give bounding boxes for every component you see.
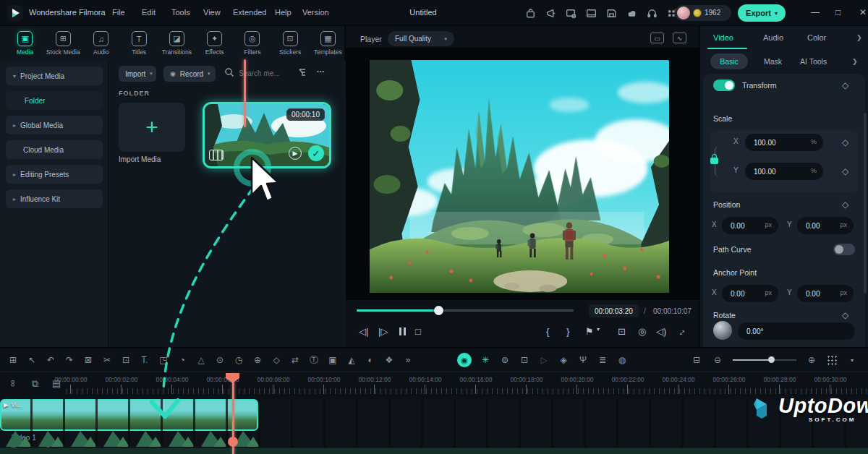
play-clip-icon[interactable]: ▷: [538, 355, 550, 365]
ai-tools-icon[interactable]: ✳: [480, 355, 491, 365]
stop-button[interactable]: □: [415, 326, 421, 337]
inspector-scrollbar[interactable]: [864, 113, 867, 294]
tabs-chevron-icon[interactable]: ❯: [856, 34, 862, 41]
more-options-icon[interactable]: •••: [317, 68, 325, 74]
next-frame-button[interactable]: |▷: [378, 326, 388, 337]
scale-y-field[interactable]: %: [745, 163, 823, 180]
avatar[interactable]: [677, 7, 690, 20]
profile-icon[interactable]: ◍: [616, 355, 628, 365]
menu-edit[interactable]: Edit: [142, 8, 156, 17]
mark-in-button[interactable]: {: [546, 326, 549, 337]
import-media-tile[interactable]: +: [119, 103, 185, 152]
marker-caret-icon[interactable]: ▾: [597, 326, 600, 333]
subtabs-chevron-icon[interactable]: ❯: [852, 58, 858, 65]
menu-help[interactable]: Help: [275, 8, 292, 17]
scale-y-keyframe-icon[interactable]: ◇: [842, 166, 848, 176]
anchor-y-field[interactable]: px: [797, 285, 854, 302]
menu-view[interactable]: View: [203, 8, 221, 17]
render-button[interactable]: ◎: [638, 326, 646, 337]
snap-icon[interactable]: ∞: [8, 380, 19, 387]
speed-icon[interactable]: ◔: [176, 355, 188, 365]
zoom-in-icon[interactable]: ⊕: [806, 355, 817, 365]
tab-effects[interactable]: ✦Effects: [198, 31, 231, 56]
maximize-button[interactable]: □: [835, 7, 841, 17]
pip-icon[interactable]: ◳: [158, 355, 169, 365]
fullscreen-button[interactable]: ↔: [674, 325, 689, 339]
save-icon[interactable]: [605, 7, 618, 20]
tab-stickers[interactable]: ⊡Stickers: [274, 31, 307, 56]
path-curve-toggle[interactable]: [833, 244, 855, 255]
transform-keyframe-icon[interactable]: ◇: [842, 80, 848, 90]
chroma-key-icon[interactable]: △: [195, 355, 207, 365]
tab-color[interactable]: Color: [807, 33, 826, 42]
undo-icon[interactable]: ↶: [45, 355, 56, 365]
snapshot-button[interactable]: ⊡: [618, 326, 626, 337]
layout-icon[interactable]: [585, 7, 597, 20]
crop-icon[interactable]: ⊡: [120, 355, 132, 365]
more-tools-icon[interactable]: »: [402, 355, 414, 365]
sidebar-item-folder[interactable]: Folder: [6, 91, 103, 110]
text-tool-icon[interactable]: T.: [139, 355, 150, 365]
gif-icon[interactable]: ⊡: [519, 355, 530, 365]
settings-panel-icon[interactable]: [565, 7, 577, 20]
redo-icon[interactable]: ↷: [64, 355, 75, 365]
track-manager-icon[interactable]: [827, 355, 837, 365]
menu-file[interactable]: File: [112, 8, 125, 17]
tab-media[interactable]: ▣Media: [9, 31, 41, 56]
close-button[interactable]: ✕: [859, 7, 867, 17]
shield-icon[interactable]: ◈: [558, 355, 569, 365]
track-caret-icon[interactable]: ▾: [846, 357, 858, 364]
tab-stock-media[interactable]: ⊞Stock Media: [46, 31, 80, 56]
toolbox-icon[interactable]: ⊞: [7, 355, 19, 365]
scale-x-field[interactable]: %: [745, 134, 823, 151]
support-headset-icon[interactable]: [646, 7, 658, 20]
marker-button[interactable]: ⚑: [585, 326, 594, 337]
tab-templates[interactable]: ▦Templates: [312, 31, 344, 56]
menu-extended[interactable]: Extended: [233, 8, 266, 17]
scale-x-keyframe-icon[interactable]: ◇: [842, 137, 848, 147]
tab-transitions[interactable]: ◪Transitions: [161, 31, 193, 56]
frame-view-icon[interactable]: ⊟: [691, 355, 702, 365]
mark-out-button[interactable]: }: [566, 326, 569, 337]
ripple-edit-icon[interactable]: ⇄: [289, 355, 301, 365]
preview-image[interactable]: [370, 60, 669, 293]
sidebar-item-project-media[interactable]: ▾Project Media: [6, 67, 103, 85]
media-clip-thumbnail[interactable]: 00:00:10 ▶ ✓: [203, 102, 331, 168]
plugin-icon[interactable]: ⊚: [499, 355, 511, 365]
mask-icon[interactable]: ◐: [365, 355, 376, 365]
volume-button[interactable]: ◁): [656, 326, 666, 337]
menu-tools[interactable]: Tools: [171, 8, 190, 17]
transform-toggle[interactable]: [713, 80, 735, 91]
tab-audio[interactable]: ♫Audio: [85, 31, 117, 56]
rotate-field[interactable]: [738, 322, 855, 340]
display-mode-icon[interactable]: ▭: [650, 33, 664, 43]
import-dropdown[interactable]: Import▾: [119, 66, 156, 82]
captions-icon[interactable]: ▣: [327, 355, 339, 365]
tab-video[interactable]: Video: [713, 33, 733, 42]
record-dropdown[interactable]: ◉ Record▾: [163, 66, 216, 82]
tab-audio[interactable]: Audio: [763, 33, 783, 42]
minimize-button[interactable]: —: [811, 7, 820, 17]
link-icon[interactable]: ⧉: [32, 378, 38, 390]
quality-dropdown[interactable]: Full Quality▾: [388, 31, 454, 46]
menu-version[interactable]: Version: [302, 8, 329, 17]
tab-filters[interactable]: ◎Filters: [236, 31, 268, 56]
position-keyframe-icon[interactable]: ◇: [842, 200, 848, 210]
duration-icon[interactable]: ◷: [233, 355, 244, 365]
timeline-zoom-slider[interactable]: [733, 359, 796, 361]
sidebar-item-influence-kit[interactable]: ▸Influence Kit: [6, 189, 103, 208]
subtab-basic[interactable]: Basic: [710, 53, 748, 69]
export-button[interactable]: Export ▾: [738, 4, 786, 22]
promo-icon[interactable]: [545, 7, 557, 20]
subtab-mask[interactable]: Mask: [764, 57, 782, 66]
ai-assistant-icon[interactable]: ◉: [457, 353, 472, 367]
motion-track-icon[interactable]: ⊕: [252, 355, 263, 365]
voiceover-icon[interactable]: Ψ: [577, 355, 589, 365]
scopes-icon[interactable]: ∿: [673, 33, 686, 43]
seek-handle[interactable]: [434, 306, 443, 315]
previous-frame-button[interactable]: ◁|: [359, 326, 368, 337]
rotate-knob[interactable]: [713, 321, 732, 340]
keyframe-tool-icon[interactable]: ◇: [271, 355, 282, 365]
subtab-ai-tools[interactable]: AI Tools: [800, 57, 827, 66]
filter-icon[interactable]: [298, 67, 309, 77]
